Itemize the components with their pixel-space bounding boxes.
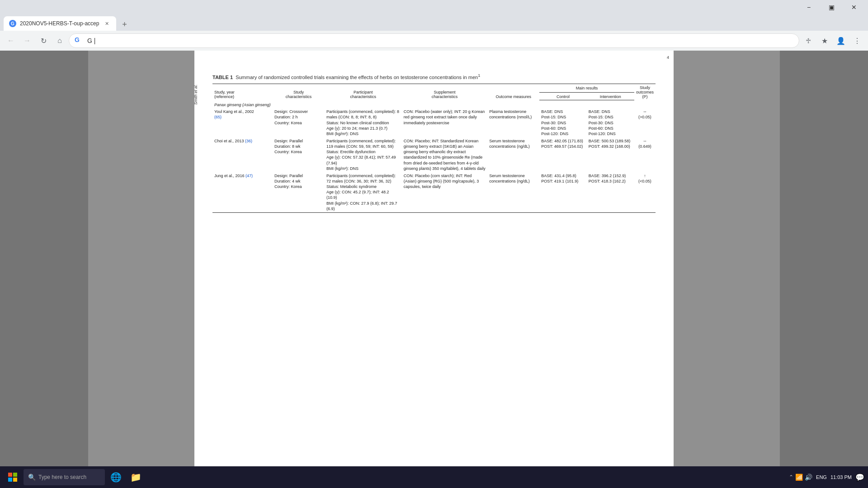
new-tab-button[interactable]: + xyxy=(118,18,131,31)
tab-bar: G 2020NOV5-HERBS-T-oup-accep ✕ + xyxy=(0,14,868,31)
address-input[interactable] xyxy=(87,37,793,44)
supplement-char-cell: CON: Placebo (corn starch); INT: Red (As… xyxy=(402,172,487,212)
language-indicator: ENG xyxy=(816,474,827,480)
col-control-header: Control xyxy=(539,93,586,100)
study-group-row: Panax ginseng (Asian ginseng) xyxy=(212,100,656,108)
right-sidebar xyxy=(780,51,868,488)
table-title: TABLE 1 Summary of randomized controlled… xyxy=(212,73,656,80)
pdf-page: 4 Smith et al. TABLE 1 Summary of random… xyxy=(194,51,674,488)
back-button[interactable]: ← xyxy=(4,33,18,48)
col-study-outcomes-header: Studyoutcomes (P) xyxy=(634,84,656,100)
tab-title: 2020NOV5-HERBS-T-oup-accep xyxy=(20,20,99,27)
table-header-top: Study, year(reference) Studycharacterist… xyxy=(212,84,656,92)
title-bar: − ▣ ✕ xyxy=(0,0,868,14)
tab-close-button[interactable]: ✕ xyxy=(103,19,111,28)
outcomes-cell: ↔(>0.05) xyxy=(634,108,656,137)
participant-char-cell: Participants (commenced, completed): 72 … xyxy=(325,172,402,212)
bookmark-button[interactable]: ★ xyxy=(817,33,832,48)
taskbar-right: ⌃ 📶 🔊 ENG 11:03 PM 💬 xyxy=(789,473,864,482)
volume-icon[interactable]: 🔊 xyxy=(805,474,812,481)
outcomes-cell: ↑(<0.05) xyxy=(634,172,656,212)
outcome-measures-cell: Serum testosterone concentrations (ng/dL… xyxy=(487,137,539,172)
col-intervention-header: Intervention xyxy=(587,93,634,100)
minimize-button[interactable]: − xyxy=(798,1,819,13)
taskbar-search-label: Type here to search xyxy=(38,474,86,480)
extensions-button[interactable]: ♱ xyxy=(801,33,816,48)
reload-button[interactable]: ↻ xyxy=(36,33,51,48)
col-study-char-header: Studycharacteristics xyxy=(273,84,325,100)
col-outcome-measures-header: Outcome measures xyxy=(487,84,539,100)
files-icon: 📁 xyxy=(130,472,142,483)
page-container: 4 Smith et al. TABLE 1 Summary of random… xyxy=(0,51,868,488)
control-cell: BASE: 431.4 (95.8) POST: 419.1 (101.9) xyxy=(539,172,586,212)
outcome-measures-cell: Serum testosterone concentrations (ng/dL… xyxy=(487,172,539,212)
study-name-cell: Choi et al., 2013 (36) xyxy=(212,137,273,172)
study-ref: (47) xyxy=(245,174,253,178)
study-char-cell: Design: Parallel Duration: 8 wk Country:… xyxy=(273,137,325,172)
control-cell: BASE: 482.05 (171.83) POST: 469.57 (154.… xyxy=(539,137,586,172)
table-superscript: 1 xyxy=(478,73,480,78)
tab-favicon: G xyxy=(9,20,16,27)
table-bottom-line xyxy=(212,212,656,213)
chevron-icon[interactable]: ⌃ xyxy=(789,474,793,480)
side-label: Smith et al. xyxy=(193,84,198,105)
network-icon: 📶 xyxy=(795,474,803,481)
control-cell: BASE: DNS Post-15: DNS Post-30: DNS Post… xyxy=(539,108,586,137)
study-char-cell: Design: Parallel Duration: 4 wk Country:… xyxy=(273,172,325,212)
taskbar-files-app[interactable]: 📁 xyxy=(127,468,145,486)
supplement-char-cell: CON: Placebo (water only); INT: 20 g Kor… xyxy=(402,108,487,137)
table-label: TABLE 1 xyxy=(212,75,233,80)
active-tab[interactable]: G 2020NOV5-HERBS-T-oup-accep ✕ xyxy=(4,16,116,31)
forward-button[interactable]: → xyxy=(20,33,34,48)
notification-icon[interactable]: 💬 xyxy=(855,473,864,482)
study-ref: (65) xyxy=(214,115,222,119)
col-participant-header: Participantcharacteristics xyxy=(325,84,402,100)
table-row: Choi et al., 2013 (36) Design: Parallel … xyxy=(212,137,656,172)
system-tray: ⌃ 📶 🔊 xyxy=(789,474,812,481)
bottom-divider xyxy=(212,212,656,213)
col-main-results-header: Main results xyxy=(539,84,634,92)
clock: 11:03 PM xyxy=(830,474,852,480)
table-row: Jung et al., 2016 (47) Design: Parallel … xyxy=(212,172,656,212)
study-char-cell: Design: Crossover Duration: 2 h Country:… xyxy=(273,108,325,137)
supplement-char-cell: CON: Placebo; INT: Standardized Korean g… xyxy=(402,137,487,172)
svg-rect-3 xyxy=(13,478,17,482)
outcomes-cell: ↔(0.649) xyxy=(634,137,656,172)
svg-rect-2 xyxy=(8,478,12,482)
table-title-text: Summary of randomized controlled trials … xyxy=(236,75,478,80)
study-name-cell: Youl Kang et al., 2002 (65) xyxy=(212,108,273,137)
menu-button[interactable]: ⋮ xyxy=(850,33,864,48)
chrome-icon: 🌐 xyxy=(110,472,122,483)
intervention-cell: BASE: 500.53 (189.58) POST: 499.32 (168.… xyxy=(587,137,634,172)
address-bar[interactable]: G xyxy=(69,33,799,48)
page-number: 4 xyxy=(667,55,669,60)
taskbar-search[interactable]: 🔍 Type here to search xyxy=(24,469,105,485)
close-button[interactable]: ✕ xyxy=(844,1,864,13)
table-row: Youl Kang et al., 2002 (65) Design: Cros… xyxy=(212,108,656,137)
col-supplement-header: Supplementcharacteristics xyxy=(402,84,487,100)
start-button[interactable] xyxy=(4,468,22,486)
participant-char-cell: Participants (commenced, completed): 119… xyxy=(325,137,402,172)
outcome-measures-cell: Plasma testosterone concentrations (nmol… xyxy=(487,108,539,137)
pdf-content: 4 Smith et al. TABLE 1 Summary of random… xyxy=(88,51,780,488)
maximize-button[interactable]: ▣ xyxy=(821,1,842,13)
svg-rect-0 xyxy=(8,473,12,477)
participant-char-cell: Participants (commenced, completed): 8 m… xyxy=(325,108,402,137)
home-button[interactable]: ⌂ xyxy=(52,33,67,48)
svg-rect-1 xyxy=(13,473,17,477)
search-icon: 🔍 xyxy=(28,474,36,481)
col-study-header: Study, year(reference) xyxy=(212,84,273,100)
intervention-cell: BASE: DNS Post-15: DNS Post-30: DNS Post… xyxy=(587,108,634,137)
intervention-cell: BASE: 396.2 (152.9) POST: 418.3 (162.2) xyxy=(587,172,634,212)
navigation-bar: ← → ↻ ⌂ G ♱ ★ 👤 ⋮ xyxy=(0,31,868,51)
study-name-cell: Jung et al., 2016 (47) xyxy=(212,172,273,212)
study-group-label: Panax ginseng (Asian ginseng) xyxy=(212,100,656,108)
main-table: Study, year(reference) Studycharacterist… xyxy=(212,84,656,214)
left-sidebar xyxy=(0,51,88,488)
toolbar-icons: ♱ ★ 👤 ⋮ xyxy=(801,33,864,48)
window-controls: − ▣ ✕ xyxy=(798,1,864,13)
account-button[interactable]: 👤 xyxy=(834,33,848,48)
taskbar-browser-app[interactable]: 🌐 xyxy=(107,468,125,486)
study-ref: (36) xyxy=(245,139,252,143)
google-logo: G xyxy=(75,36,84,45)
